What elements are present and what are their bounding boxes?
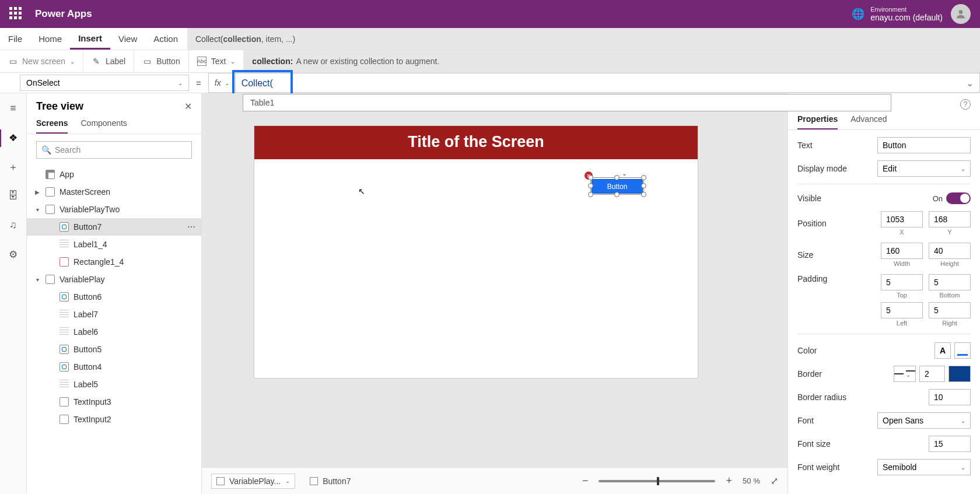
tree-item-label5[interactable]: Label5 xyxy=(27,376,201,393)
menu-home[interactable]: Home xyxy=(30,28,70,50)
tree-item-textinput2[interactable]: TextInput2 xyxy=(27,411,201,428)
resize-handle[interactable] xyxy=(614,192,620,197)
prop-text-color[interactable]: A xyxy=(935,342,951,359)
formula-input[interactable]: Collect( ⌄ xyxy=(236,73,980,93)
resize-handle[interactable] xyxy=(641,183,646,188)
tree-item-button6[interactable]: Button6 xyxy=(27,288,201,306)
tree-item-masterscreen[interactable]: ▶MasterScreen xyxy=(27,183,201,201)
prop-size-width[interactable]: 160 xyxy=(881,243,923,259)
prop-fill-color[interactable] xyxy=(954,342,971,359)
prop-border-color[interactable] xyxy=(949,366,971,382)
user-avatar[interactable] xyxy=(951,4,971,24)
tree-item-rectangle1-4[interactable]: Rectangle1_4 xyxy=(27,253,201,271)
zoom-value: 50% xyxy=(743,477,760,485)
insert-text-button[interactable]: Abc Text ⌄ xyxy=(189,50,244,72)
app-launcher-icon[interactable] xyxy=(9,7,23,21)
tree-item-textinput3[interactable]: TextInput3 xyxy=(27,393,201,411)
prop-displaymode-select[interactable]: Edit⌄ xyxy=(877,160,971,177)
tree-tab-screens[interactable]: Screens xyxy=(36,118,68,134)
help-icon[interactable]: ? xyxy=(960,99,971,110)
app-root: Power Apps 🌐 Environment enayu.com (defa… xyxy=(0,0,980,494)
fx-icon: fx xyxy=(215,78,221,87)
more-icon[interactable]: ⋯ xyxy=(187,222,197,232)
chevron-down-icon: ⌄ xyxy=(961,166,965,172)
prop-border-style[interactable]: ⌄ xyxy=(894,366,916,382)
intellisense-suggestion[interactable]: Table1 xyxy=(243,94,891,111)
insert-icon[interactable]: ＋ xyxy=(8,161,19,173)
insert-toolbar: ▭ New screen ⌄ ✎ Label ▭ Button Abc Text… xyxy=(0,50,980,72)
chevron-down-icon: ⌄ xyxy=(285,478,290,484)
tree-item-variableplay[interactable]: ▾VariablePlay xyxy=(27,271,201,288)
chevron-down-icon[interactable]: ⌄ xyxy=(966,78,974,89)
tree-item-button7[interactable]: Button7⋯ xyxy=(27,218,201,236)
menu-file[interactable]: File xyxy=(0,28,30,50)
tree-item-label7[interactable]: Label7 xyxy=(27,306,201,323)
zoom-slider[interactable] xyxy=(598,480,715,482)
prop-fontsize[interactable]: 15 xyxy=(929,436,971,452)
menu-view[interactable]: View xyxy=(110,28,145,50)
button-icon: ▭ xyxy=(142,57,152,66)
tree-tab-components[interactable]: Components xyxy=(80,118,127,134)
prop-border-radius-label: Border radius xyxy=(797,393,846,402)
resize-handle[interactable] xyxy=(588,192,593,197)
resize-handle[interactable] xyxy=(588,175,593,180)
tree-item-label6[interactable]: Label6 xyxy=(27,323,201,341)
environment-picker[interactable]: 🌐 Environment enayu.com (default) xyxy=(852,6,943,22)
tree-item-label1-4[interactable]: Label1_4 xyxy=(27,236,201,253)
prop-border-width[interactable]: 2 xyxy=(919,366,945,382)
left-rail: ≡ ❖ ＋ 🗄 ♫ ⚙ xyxy=(0,93,27,494)
breadcrumb-screen[interactable]: VariablePlay... ⌄ xyxy=(211,474,295,489)
fx-indicator[interactable]: fx ⌄ xyxy=(208,73,236,93)
data-icon[interactable]: 🗄 xyxy=(8,190,19,202)
zoom-in-icon[interactable]: + xyxy=(726,475,732,487)
prop-size-height[interactable]: 40 xyxy=(929,243,971,259)
breadcrumb-control[interactable]: Button7 xyxy=(306,474,355,489)
prop-position-x[interactable]: 1053 xyxy=(881,211,923,227)
close-icon[interactable]: ✕ xyxy=(184,101,192,112)
tree-search-input[interactable]: 🔍 Search xyxy=(36,141,192,159)
tree-item-button5[interactable]: Button5 xyxy=(27,341,201,358)
prop-padding-top[interactable]: 5 xyxy=(881,274,923,290)
resize-handle[interactable] xyxy=(588,183,593,188)
menu-insert[interactable]: Insert xyxy=(70,28,110,50)
text-icon: Abc xyxy=(197,57,206,66)
prop-text-label: Text xyxy=(797,141,813,150)
new-screen-button[interactable]: ▭ New screen ⌄ xyxy=(0,50,83,72)
chevron-down-icon[interactable]: ⌄ xyxy=(622,170,627,177)
hamburger-icon[interactable]: ≡ xyxy=(8,103,19,114)
resize-handle[interactable] xyxy=(614,175,620,180)
screen-title-bar: Title of the Screen xyxy=(254,126,698,159)
prop-border-radius[interactable]: 10 xyxy=(929,389,971,405)
screen-icon: ▭ xyxy=(8,57,18,66)
insert-button-button[interactable]: ▭ Button xyxy=(134,50,188,72)
advanced-tools-icon[interactable]: ⚙ xyxy=(8,248,19,260)
tree-list: App ▶MasterScreen ▾VariablePlayTwo Butto… xyxy=(27,166,201,494)
property-selector[interactable]: OnSelect ⌄ xyxy=(20,75,189,91)
tab-advanced[interactable]: Advanced xyxy=(850,114,887,129)
media-icon[interactable]: ♫ xyxy=(8,219,19,231)
prop-padding-right[interactable]: 5 xyxy=(929,302,971,318)
zoom-out-icon[interactable]: − xyxy=(582,475,589,487)
prop-border-label: Border xyxy=(797,369,822,379)
prop-font-select[interactable]: Open Sans⌄ xyxy=(877,412,971,429)
prop-fontweight-select[interactable]: Semibold⌄ xyxy=(877,459,971,475)
resize-handle[interactable] xyxy=(641,175,646,180)
tree-item-variableplaytwo[interactable]: ▾VariablePlayTwo xyxy=(27,201,201,218)
tree-view-icon[interactable]: ❖ xyxy=(8,132,19,143)
prop-padding-left[interactable]: 5 xyxy=(881,302,923,318)
prop-padding-bottom[interactable]: 5 xyxy=(929,274,971,290)
environment-label: Environment xyxy=(870,6,943,13)
selection-outline: ✕ ⌄ xyxy=(590,177,644,195)
prop-position-y[interactable]: 168 xyxy=(929,211,971,227)
tree-item-app[interactable]: App xyxy=(27,166,201,183)
tab-properties[interactable]: Properties xyxy=(797,114,838,129)
prop-text-input[interactable]: Button xyxy=(877,137,971,153)
insert-label-button[interactable]: ✎ Label xyxy=(83,50,134,72)
resize-handle[interactable] xyxy=(641,192,646,197)
tree-item-button4[interactable]: Button4 xyxy=(27,358,201,376)
fullscreen-icon[interactable]: ⤢ xyxy=(771,475,778,486)
equals-label: = xyxy=(189,73,208,93)
menu-action[interactable]: Action xyxy=(145,28,186,50)
design-canvas[interactable]: Title of the Screen Button ✕ ⌄ xyxy=(202,93,788,467)
prop-visible-toggle[interactable] xyxy=(946,192,971,204)
